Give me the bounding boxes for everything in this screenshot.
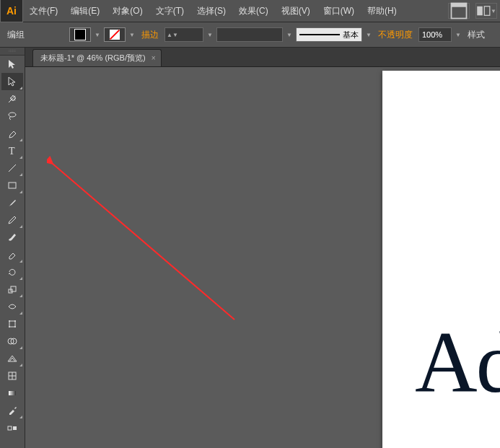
pencil-tool[interactable] [1,211,23,229]
opacity-label[interactable]: 不透明度 [375,29,416,41]
toolbox-grip[interactable]: :::::: [0,48,25,56]
svg-point-4 [9,113,16,117]
stroke-width-dropdown[interactable]: ▼ [206,32,214,38]
mesh-tool[interactable] [1,367,23,385]
svg-rect-3 [484,6,490,16]
blend-tool[interactable] [1,419,23,436]
canvas[interactable]: Ad 溜溜自学 ZIXUE.3D66.COM [25,67,500,448]
annotation-arrow [47,154,249,334]
menu-object[interactable]: 对象(O) [106,0,149,22]
shape-builder-tool[interactable] [1,333,23,350]
svg-line-6 [9,164,16,172]
stroke-swatch[interactable] [104,27,126,42]
doc-layout-icon[interactable] [448,3,470,19]
menu-effect[interactable]: 效果(C) [232,0,275,22]
tab-bar: 未标题-1* @ 46% (RGB/预览) × [25,48,500,67]
stroke-label[interactable]: 描边 [139,29,162,41]
stroke-profile[interactable]: 基本 [296,27,362,42]
app-logo: Ai [0,0,23,22]
pen-tool[interactable] [1,125,23,142]
rotate-tool[interactable] [1,263,23,281]
blob-brush-tool[interactable] [1,229,23,246]
menu-help[interactable]: 帮助(H) [361,0,403,22]
opacity-dropdown[interactable]: ▼ [455,32,462,38]
document-area: 未标题-1* @ 46% (RGB/预览) × Ad 溜溜自学 ZIXUE.3D… [25,48,500,448]
svg-rect-22 [13,426,17,430]
paintbrush-tool[interactable] [1,194,23,211]
workspace-switcher[interactable]: ▼ [475,3,497,19]
svg-point-11 [9,320,10,322]
stroke-profile-dropdown[interactable]: ▼ [365,32,372,38]
brush-dropdown[interactable]: ▼ [286,32,293,38]
opacity-field[interactable] [418,27,452,42]
direct-selection-tool[interactable] [1,73,23,90]
selection-mode-label: 编组 [4,29,27,41]
free-transform-tool[interactable] [1,315,23,333]
tab-title: 未标题-1* @ 46% (RGB/预览) [40,53,146,63]
width-tool[interactable] [1,298,23,315]
style-label: 样式 [465,29,488,41]
menu-view[interactable]: 视图(V) [275,0,317,22]
svg-point-12 [14,320,16,322]
perspective-grid-tool[interactable] [1,350,23,367]
brush-field[interactable] [216,27,283,42]
menu-window[interactable]: 窗口(W) [317,0,361,22]
svg-rect-1 [452,4,467,7]
fill-dropdown[interactable]: ▼ [94,32,101,38]
svg-point-14 [14,326,16,328]
stroke-width-input[interactable] [180,30,203,39]
artwork-text[interactable]: Ad [415,320,500,406]
rectangle-tool[interactable] [1,177,23,194]
selection-tool[interactable] [1,56,23,73]
tab-close-button[interactable]: × [152,54,156,62]
svg-text:T: T [9,146,15,157]
stroke-width-field[interactable]: ▲▼ [165,27,203,42]
line-tool[interactable] [1,159,23,177]
svg-rect-21 [8,426,12,430]
svg-rect-20 [9,391,16,395]
svg-rect-7 [9,183,16,188]
stroke-swatch-dropdown[interactable]: ▼ [128,32,136,38]
svg-rect-2 [477,6,483,16]
svg-point-13 [9,326,10,328]
svg-line-23 [53,164,234,320]
menu-type[interactable]: 文字(T) [149,0,190,22]
lasso-tool[interactable] [1,107,23,125]
menu-select[interactable]: 选择(S) [190,0,232,22]
type-tool[interactable]: T [1,142,23,159]
fill-swatch[interactable] [69,27,91,42]
menu-bar: Ai 文件(F) 编辑(E) 对象(O) 文字(T) 选择(S) 效果(C) 视… [0,0,500,22]
artboard[interactable]: Ad [382,71,500,448]
magic-wand-tool[interactable] [1,90,23,107]
eyedropper-tool[interactable] [1,402,23,419]
document-tab[interactable]: 未标题-1* @ 46% (RGB/预览) × [32,49,162,66]
eraser-tool[interactable] [1,246,23,263]
menu-edit[interactable]: 编辑(E) [64,0,106,22]
svg-rect-10 [9,321,15,327]
opacity-input[interactable] [419,30,451,39]
control-bar: 编组 ▼ ▼ 描边 ▲▼▼ ▼ 基本▼ 不透明度 ▼ 样式 [0,22,500,48]
menu-file[interactable]: 文件(F) [23,0,64,22]
toolbox: :::::: T [0,48,25,448]
scale-tool[interactable] [1,281,23,298]
gradient-tool[interactable] [1,385,23,402]
